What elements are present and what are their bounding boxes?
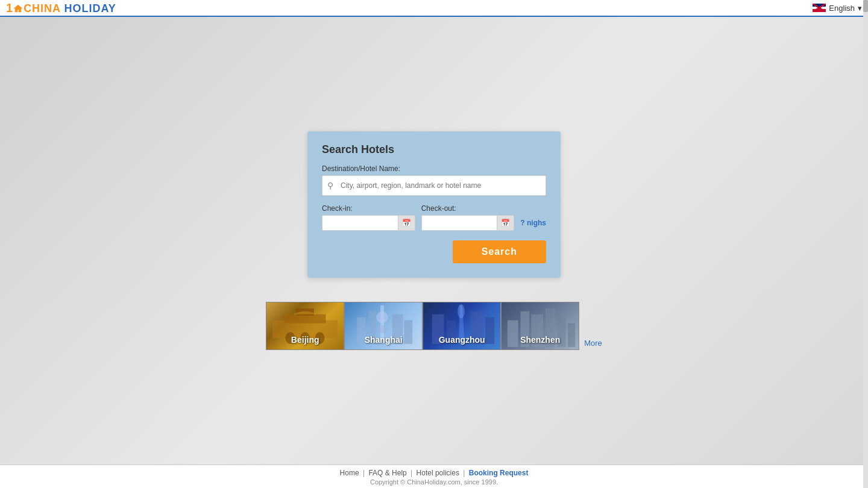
city-label-beijing: Beijing xyxy=(266,335,344,345)
search-button[interactable]: Search xyxy=(453,240,546,263)
checkin-calendar-button[interactable]: 📅 xyxy=(398,216,415,230)
checkout-input-wrapper: 📅 xyxy=(421,215,515,231)
language-label: English xyxy=(829,4,855,13)
checkin-input[interactable] xyxy=(322,216,398,230)
city-label-shenzhen: Shenzhen xyxy=(502,335,579,345)
destination-input[interactable] xyxy=(337,178,541,193)
footer-separator-1: | xyxy=(363,469,366,477)
footer-link-faq[interactable]: FAQ & Help xyxy=(368,469,406,477)
checkout-input[interactable] xyxy=(422,216,497,230)
dates-row: Check-in: 📅 Check-out: 📅 ? nighs xyxy=(322,204,546,231)
city-card-shanghai[interactable]: Shanghai xyxy=(344,302,423,350)
city-label-shanghai: Shanghai xyxy=(345,335,422,345)
destination-label: Destination/Hotel Name: xyxy=(322,164,546,173)
svg-point-8 xyxy=(376,311,388,324)
footer-link-home[interactable]: Home xyxy=(340,469,359,477)
footer: Home | FAQ & Help | Hotel policies | Boo… xyxy=(0,465,868,488)
city-card-guangzhou[interactable]: Guangzhou xyxy=(423,302,501,350)
checkin-group: Check-in: 📅 xyxy=(322,204,415,231)
svg-point-9 xyxy=(378,325,386,333)
logo-house-icon xyxy=(13,4,23,13)
flag-icon xyxy=(813,4,826,12)
footer-links: Home | FAQ & Help | Hotel policies | Boo… xyxy=(0,469,868,477)
logo-holiday: HOLIDAY xyxy=(64,2,116,14)
logo: 1 CHINA HOLIDAY xyxy=(6,0,116,16)
dropdown-icon: ▾ xyxy=(858,4,862,13)
checkout-calendar-button[interactable]: 📅 xyxy=(497,216,514,230)
city-card-beijing[interactable]: Beijing xyxy=(266,302,344,350)
svg-rect-2 xyxy=(285,314,326,324)
search-card-title: Search Hotels xyxy=(322,143,546,156)
language-selector[interactable]: English ▾ xyxy=(813,4,862,13)
scrollbar-track[interactable] xyxy=(863,0,868,488)
search-card: Search Hotels Destination/Hotel Name: ⚲ … xyxy=(307,131,561,278)
scrollbar-thumb[interactable] xyxy=(863,0,868,12)
logo-number: 1 xyxy=(6,1,13,14)
footer-link-booking-request[interactable]: Booking Request xyxy=(469,469,529,477)
footer-separator-3: | xyxy=(463,469,467,477)
more-link[interactable]: More xyxy=(584,339,602,350)
svg-point-14 xyxy=(458,304,465,319)
footer-link-hotel-policies[interactable]: Hotel policies xyxy=(417,469,459,477)
checkout-group: Check-out: 📅 xyxy=(421,204,515,231)
search-icon: ⚲ xyxy=(327,181,333,190)
header: 1 CHINA HOLIDAY English ▾ xyxy=(0,0,868,17)
footer-separator-2: | xyxy=(410,469,414,477)
checkout-label: Check-out: xyxy=(421,204,515,213)
cities-section: Beijing Shanghai xyxy=(266,302,602,350)
destination-group: Destination/Hotel Name: ⚲ xyxy=(322,164,546,196)
destination-input-wrapper: ⚲ xyxy=(322,175,546,196)
main-content: Search Hotels Destination/Hotel Name: ⚲ … xyxy=(0,17,868,465)
nights-text: ? nighs xyxy=(520,219,546,231)
footer-copyright: Copyright © ChinaHoliday.com, since 1999… xyxy=(0,478,868,486)
logo-china: CHINA xyxy=(24,2,60,14)
checkin-label: Check-in: xyxy=(322,204,415,213)
checkin-input-wrapper: 📅 xyxy=(322,215,415,231)
city-label-guangzhou: Guangzhou xyxy=(423,335,500,345)
city-card-shenzhen[interactable]: Shenzhen xyxy=(501,302,579,350)
svg-marker-0 xyxy=(14,5,22,12)
